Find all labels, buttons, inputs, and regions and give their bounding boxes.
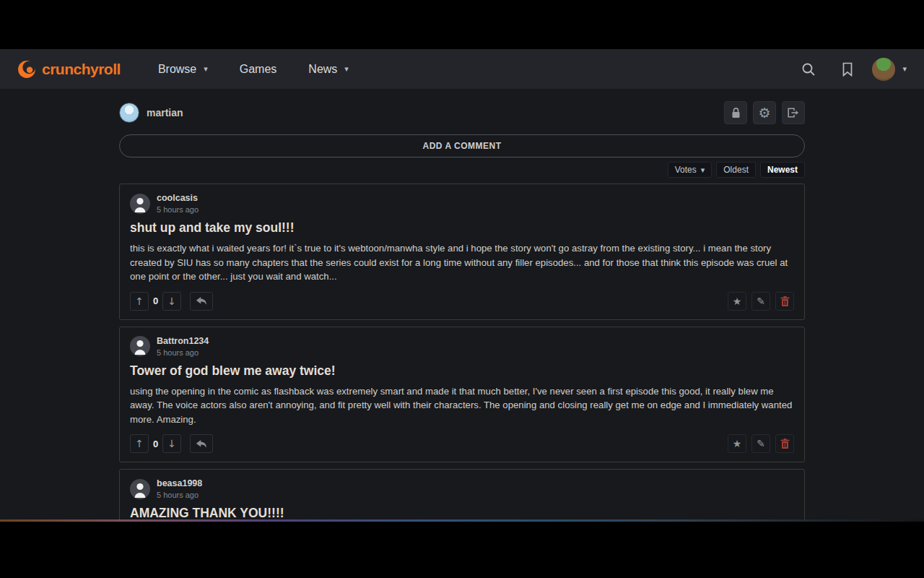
sort-votes-button[interactable]: Votes ▾ [668,162,712,178]
comment-title: AMAZING THANK YOU!!!! [130,506,794,521]
add-comment-button[interactable]: ADD A COMMENT [119,134,805,158]
chevron-down-icon: ▾ [344,65,349,73]
commenter-name[interactable]: Battron1234 [157,336,209,346]
trash-icon [780,439,790,449]
main-nav: Browse ▾ Games News ▾ [142,49,365,89]
chevron-down-icon: ▾ [204,65,208,73]
nav-browse-label: Browse [158,63,196,76]
comment-actions: ↑ 0 ↓ ★ ✎ [130,434,794,453]
main-content: martian ⚙ [0,89,924,522]
comment-card: coolcasis 5 hours ago shut up and take m… [119,184,805,320]
commenter-avatar[interactable] [130,194,150,214]
comment-timestamp: 5 hours ago [157,491,202,499]
arrow-down-icon: ↓ [167,438,176,449]
logout-button[interactable] [782,101,805,124]
commenter-name[interactable]: beasa1998 [157,478,202,488]
comment-meta: beasa1998 5 hours ago [157,478,202,499]
vote-count: 0 [153,296,158,306]
downvote-button[interactable]: ↓ [162,292,181,311]
gear-icon: ⚙ [758,106,770,120]
scanline-artifact [0,519,924,522]
reply-button[interactable] [190,434,213,453]
star-button[interactable]: ★ [728,292,746,311]
navbar-right: ▾ [794,55,907,84]
brand-name: crunchyroll [42,61,121,78]
comment-card: beasa1998 5 hours ago AMAZING THANK YOU!… [119,469,805,522]
person-icon [130,479,150,499]
edit-button[interactable]: ✎ [751,434,770,453]
arrow-up-icon: ↑ [135,438,144,449]
nav-item-games[interactable]: Games [224,49,293,89]
nav-item-browse[interactable]: Browse ▾ [142,49,224,89]
commenter-avatar[interactable] [130,336,150,356]
moderation-actions: ★ ✎ [728,434,794,453]
pencil-icon: ✎ [757,438,765,449]
screen: crunchyroll Browse ▾ Games News ▾ [0,0,924,578]
delete-button[interactable] [775,434,794,453]
sort-votes-label: Votes [675,165,697,175]
chevron-down-icon: ▾ [701,166,705,174]
upvote-button[interactable]: ↑ [130,292,149,311]
profile-username: martian [147,107,183,118]
settings-button[interactable]: ⚙ [753,101,776,124]
chevron-down-icon: ▾ [902,65,907,73]
comments-container: martian ⚙ [119,89,805,522]
profile-actions: ⚙ [724,101,805,124]
lock-button[interactable] [724,101,747,124]
arrow-down-icon: ↓ [167,296,176,307]
comment-meta: Battron1234 5 hours ago [157,336,209,357]
bookmark-icon [841,62,854,77]
pencil-icon: ✎ [757,296,765,307]
commenter-avatar[interactable] [130,479,150,499]
star-icon: ★ [733,296,742,307]
crunchyroll-logo[interactable]: crunchyroll [17,60,121,79]
account-menu[interactable]: ▾ [872,58,907,81]
search-icon [801,62,816,77]
comment-actions: ↑ 0 ↓ ★ ✎ [130,292,794,311]
comment-card: Battron1234 5 hours ago Tower of god ble… [119,327,805,463]
crunchyroll-logo-icon [17,60,36,79]
comment-timestamp: 5 hours ago [157,205,199,214]
trash-icon [780,296,790,306]
reply-button[interactable] [190,292,213,311]
nav-item-news[interactable]: News ▾ [292,49,365,89]
user-avatar [872,58,895,81]
comment-header: coolcasis 5 hours ago [130,193,794,214]
upvote-button[interactable]: ↑ [130,434,149,453]
person-icon [130,336,150,356]
sort-newest-button[interactable]: Newest [760,162,805,178]
star-button[interactable]: ★ [728,434,746,453]
vote-count: 0 [153,439,158,449]
arrow-up-icon: ↑ [135,296,144,307]
bottom-letterbox [0,522,924,578]
star-icon: ★ [733,438,742,449]
reply-icon [196,296,207,306]
edit-button[interactable]: ✎ [751,292,770,311]
top-navbar: crunchyroll Browse ▾ Games News ▾ [0,49,924,89]
comment-header: Battron1234 5 hours ago [130,336,794,357]
sort-controls: Votes ▾ Oldest Newest [119,162,805,178]
reply-icon [196,439,207,449]
bookmark-button[interactable] [833,55,862,84]
downvote-button[interactable]: ↓ [162,434,181,453]
profile-avatar[interactable] [119,103,139,123]
comment-title: Tower of god blew me away twice! [130,363,794,379]
comment-body: using the opening in the comic as flashb… [130,384,794,427]
comment-body: this is exactly what i waited years for!… [130,241,794,284]
person-icon [130,194,150,214]
comment-timestamp: 5 hours ago [157,348,209,357]
delete-button[interactable] [775,292,794,311]
moderation-actions: ★ ✎ [728,292,794,311]
commenter-name[interactable]: coolcasis [157,193,199,203]
sort-oldest-button[interactable]: Oldest [716,162,756,178]
comment-title: shut up and take my soul!!! [130,220,794,236]
comment-meta: coolcasis 5 hours ago [157,193,199,214]
profile-bar: martian ⚙ [119,89,805,125]
logout-icon [787,107,800,118]
comment-header: beasa1998 5 hours ago [130,478,794,499]
nav-games-label: Games [240,63,277,76]
nav-news-label: News [308,63,337,76]
lock-icon [731,107,741,118]
search-button[interactable] [794,55,823,84]
